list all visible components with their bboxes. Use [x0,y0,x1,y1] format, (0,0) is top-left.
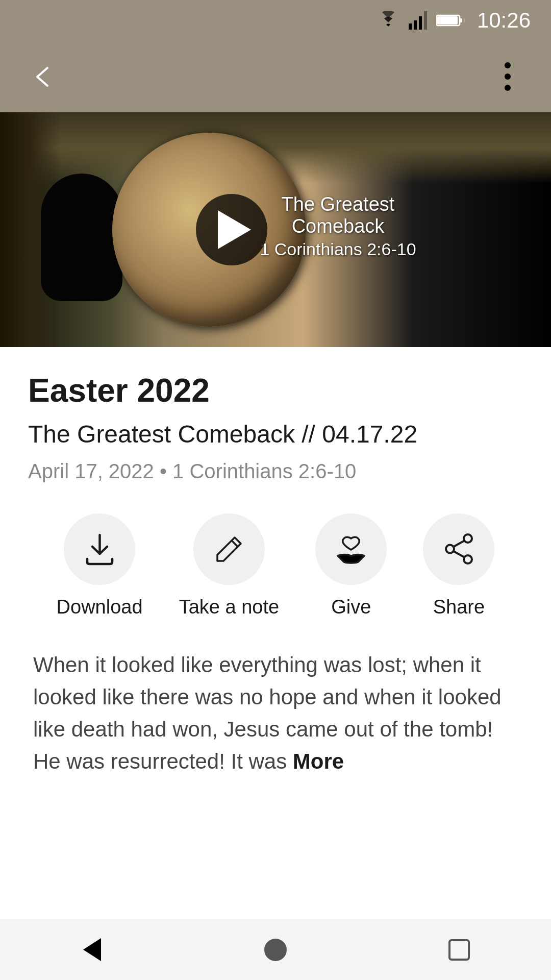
nav-home-icon [263,937,288,963]
nav-recent-icon [447,938,471,962]
status-bar: 10:26 [0,0,551,41]
pencil-icon [213,533,245,565]
sermon-title: Easter 2022 [28,373,523,408]
description-area: When it looked like everything was lost;… [28,649,523,777]
svg-point-16 [264,939,287,961]
svg-marker-15 [83,938,101,961]
svg-line-13 [454,541,464,547]
share-icon [442,532,475,566]
take-note-circle [193,513,265,585]
play-triangle-icon [218,210,251,249]
action-buttons: Download Take a note Give [28,513,523,618]
video-title-line1: The Greatest [260,193,416,215]
give-icon [334,532,368,566]
play-button[interactable] [196,194,267,265]
svg-point-11 [464,555,472,564]
svg-point-10 [464,534,472,543]
download-circle [64,513,135,585]
give-action[interactable]: Give [315,513,387,618]
svg-rect-0 [409,23,412,30]
battery-icon [436,13,463,28]
share-action[interactable]: Share [423,513,494,618]
video-title-overlay: The Greatest Comeback 1 Corinthians 2:6-… [260,193,416,259]
give-label: Give [331,596,371,618]
nav-recent-button[interactable] [436,927,482,973]
svg-rect-17 [449,940,469,960]
svg-point-9 [505,85,511,91]
more-options-button[interactable] [490,59,525,94]
back-button[interactable] [26,59,61,94]
download-action[interactable]: Download [57,513,143,618]
svg-point-8 [505,74,511,80]
description-text: When it looked like everything was lost;… [33,649,518,777]
header [0,41,551,112]
svg-point-12 [446,545,454,553]
svg-point-7 [505,62,511,68]
video-title-line3: 1 Corinthians 2:6-10 [260,239,416,259]
svg-rect-6 [460,18,462,22]
share-label: Share [433,596,485,618]
nav-back-icon [78,936,106,964]
sermon-subtitle: The Greatest Comeback // 04.17.22 [28,419,523,450]
sermon-meta: April 17, 2022 • 1 Corinthians 2:6-10 [28,460,523,483]
nav-home-button[interactable] [253,927,298,973]
share-circle [423,513,494,585]
signal-icon [409,11,427,30]
video-thumbnail: The Greatest Comeback 1 Corinthians 2:6-… [0,112,551,347]
download-icon [83,532,116,566]
take-note-action[interactable]: Take a note [179,513,279,618]
more-dots-icon [504,61,511,92]
bottom-navigation [0,919,551,980]
nav-back-button[interactable] [69,927,115,973]
svg-line-14 [454,552,464,557]
video-player[interactable]: The Greatest Comeback 1 Corinthians 2:6-… [0,112,551,347]
description-body: When it looked like everything was lost;… [33,653,502,773]
wifi-icon [377,11,399,30]
video-title-line2: Comeback [260,215,416,237]
take-note-label: Take a note [179,596,279,618]
status-time: 10:26 [477,8,531,33]
download-label: Download [57,596,143,618]
svg-rect-5 [437,16,458,24]
give-circle [315,513,387,585]
more-link[interactable]: More [293,749,344,773]
status-icons: 10:26 [377,8,531,33]
cave-opening [41,174,122,301]
svg-rect-2 [419,16,422,30]
content-area: Easter 2022 The Greatest Comeback // 04.… [0,347,551,798]
svg-rect-1 [414,20,417,30]
svg-rect-3 [424,11,427,30]
back-arrow-icon [30,63,58,91]
